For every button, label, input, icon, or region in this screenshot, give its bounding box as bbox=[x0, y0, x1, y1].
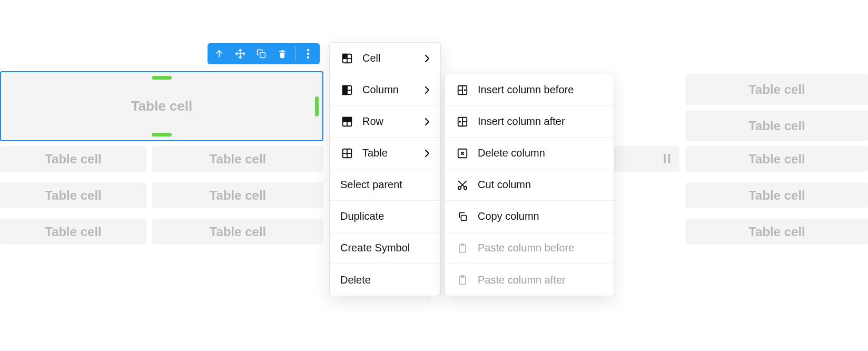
menu-item-label: Create Symbol bbox=[340, 242, 430, 254]
submenu-item-cut-column[interactable]: Cut column bbox=[445, 169, 614, 201]
submenu-item-label: Delete column bbox=[478, 147, 603, 159]
menu-item-duplicate[interactable]: Duplicate bbox=[330, 201, 440, 232]
cell-icon bbox=[340, 52, 354, 65]
paste-icon bbox=[456, 273, 469, 287]
trash-icon[interactable] bbox=[274, 45, 291, 62]
table-cell-label: Table cell bbox=[748, 119, 805, 133]
submenu-item-label: Paste column before bbox=[478, 242, 603, 254]
submenu-item-copy-column[interactable]: Copy column bbox=[445, 201, 614, 232]
table-cell-label: Table cell bbox=[748, 188, 805, 203]
table-cell-label: Table cell bbox=[748, 82, 805, 97]
menu-item-label: Column bbox=[362, 84, 415, 96]
submenu-item-label: Cut column bbox=[478, 179, 603, 191]
svg-point-6 bbox=[307, 56, 309, 58]
table-cell-label: Table cell bbox=[210, 225, 267, 239]
insert-column-before-icon bbox=[456, 83, 469, 97]
move-icon[interactable] bbox=[232, 45, 249, 62]
svg-rect-3 bbox=[260, 53, 265, 58]
copy-icon[interactable] bbox=[253, 45, 270, 62]
submenu-item-insert-column-after[interactable]: Insert column after bbox=[445, 106, 614, 138]
svg-rect-14 bbox=[343, 85, 347, 94]
svg-rect-18 bbox=[343, 117, 352, 121]
chevron-right-icon bbox=[425, 54, 430, 63]
resize-handle-bottom[interactable] bbox=[152, 133, 172, 136]
table-cell[interactable]: Table cell bbox=[686, 146, 868, 172]
submenu-item-delete-column[interactable]: Delete column bbox=[445, 138, 614, 169]
chevron-right-icon bbox=[425, 86, 430, 94]
context-menu: Cell Column Row bbox=[329, 42, 441, 296]
table-cell[interactable]: Table cell bbox=[152, 219, 323, 245]
menu-item-label: Duplicate bbox=[340, 210, 430, 222]
table-cell-label: Table cell bbox=[45, 225, 102, 239]
submenu-item-label: Copy column bbox=[478, 210, 603, 222]
table-cell[interactable]: Table cell bbox=[686, 182, 868, 208]
menu-item-select-parent[interactable]: Select parent bbox=[330, 169, 440, 201]
menu-item-column[interactable]: Column bbox=[330, 74, 440, 106]
table-cell[interactable]: Table cell bbox=[152, 182, 323, 208]
cut-icon bbox=[456, 178, 469, 192]
copy-icon bbox=[456, 210, 469, 223]
table-cell-label: Table cell bbox=[131, 98, 193, 114]
table-cell[interactable]: Table cell bbox=[0, 182, 146, 208]
table-cell[interactable]: Table cell bbox=[0, 219, 146, 245]
resize-handle-right[interactable] bbox=[315, 96, 319, 116]
table-icon bbox=[340, 147, 354, 160]
row-icon bbox=[340, 115, 354, 129]
table-cell-label: Table cell bbox=[210, 188, 267, 203]
svg-point-4 bbox=[307, 49, 309, 51]
toolbar-separator bbox=[295, 46, 295, 61]
menu-item-delete[interactable]: Delete bbox=[330, 264, 440, 296]
menu-item-label: Table bbox=[362, 147, 415, 159]
svg-rect-39 bbox=[461, 215, 467, 220]
table-cell-label: Table cell bbox=[748, 225, 805, 239]
table-cell[interactable]: Table cell bbox=[0, 146, 146, 172]
menu-item-cell[interactable]: Cell bbox=[330, 43, 440, 74]
chevron-right-icon bbox=[425, 149, 430, 158]
svg-rect-10 bbox=[343, 54, 347, 58]
svg-point-5 bbox=[307, 53, 309, 55]
selection-toolbar bbox=[208, 43, 320, 64]
submenu-item-label: Paste column after bbox=[478, 274, 603, 286]
chevron-right-icon bbox=[425, 118, 430, 126]
table-cell-label: Table cell bbox=[748, 152, 805, 167]
submenu-item-label: Insert column after bbox=[478, 115, 603, 128]
menu-item-label: Delete bbox=[340, 274, 430, 286]
submenu-item-paste-column-after: Paste column after bbox=[445, 264, 614, 296]
delete-column-icon bbox=[456, 147, 469, 160]
submenu-column: Insert column before Insert column after… bbox=[445, 74, 614, 296]
table-cell[interactable]: Table cell bbox=[686, 74, 868, 105]
resize-handle-top[interactable] bbox=[152, 76, 172, 80]
menu-item-create-symbol[interactable]: Create Symbol bbox=[330, 232, 440, 264]
table-cell[interactable]: Table cell bbox=[686, 219, 868, 245]
menu-item-label: Cell bbox=[362, 52, 415, 64]
table-cell[interactable]: Table cell bbox=[152, 146, 323, 172]
menu-item-label: Row bbox=[362, 115, 415, 128]
column-icon bbox=[340, 83, 354, 97]
table-cell[interactable]: Table cell bbox=[686, 110, 868, 141]
insert-column-after-icon bbox=[456, 115, 469, 129]
selected-table-cell[interactable]: Table cell bbox=[0, 71, 323, 141]
paste-icon bbox=[456, 241, 469, 255]
table-cell-label-partial: ll bbox=[663, 152, 672, 167]
more-icon[interactable] bbox=[300, 45, 317, 62]
arrow-up-icon[interactable] bbox=[211, 45, 228, 62]
submenu-item-insert-column-before[interactable]: Insert column before bbox=[445, 74, 614, 106]
submenu-item-paste-column-before: Paste column before bbox=[445, 232, 614, 264]
menu-item-table[interactable]: Table bbox=[330, 138, 440, 169]
table-cell-label: Table cell bbox=[45, 188, 102, 203]
submenu-item-label: Insert column before bbox=[478, 84, 603, 96]
table-cell-label: Table cell bbox=[45, 152, 102, 167]
table-cell-label: Table cell bbox=[210, 152, 267, 167]
menu-item-row[interactable]: Row bbox=[330, 106, 440, 138]
menu-item-label: Select parent bbox=[340, 179, 430, 191]
